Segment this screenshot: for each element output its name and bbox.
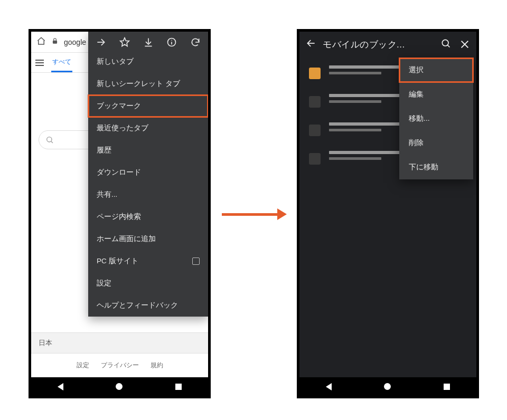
svg-point-9 <box>171 40 172 41</box>
lock-icon <box>51 37 59 47</box>
menu-item-label: PC 版サイト <box>97 256 138 266</box>
search-icon <box>45 136 54 144</box>
phone-right: モバイルのブック... 選択編集移動...削除下に移動 <box>297 29 479 398</box>
menu-item-label: 最近使ったタブ <box>97 123 148 133</box>
menu-item-label: 新しいシークレット タブ <box>97 79 180 89</box>
menu-item-label: ヘルプとフィードバック <box>97 301 178 310</box>
arrow-head-icon <box>277 208 287 220</box>
svg-marker-4 <box>120 38 129 46</box>
svg-line-12 <box>447 45 449 47</box>
bookmarks-screen: モバイルのブック... 選択編集移動...削除下に移動 <box>299 32 476 396</box>
back-icon[interactable] <box>58 383 63 390</box>
android-navbar <box>31 377 208 396</box>
search-icon[interactable] <box>440 38 451 51</box>
bookmark-favicon-icon <box>309 125 321 136</box>
footer-link-terms[interactable]: 規約 <box>151 361 163 370</box>
menu-item-9[interactable]: PC 版サイト <box>88 250 208 272</box>
menu-item-7[interactable]: ページ内検索 <box>88 206 208 228</box>
back-icon[interactable] <box>326 383 332 390</box>
menu-item-label: ブックマーク <box>97 101 141 111</box>
menu-item-10[interactable]: 設定 <box>88 272 208 294</box>
recents-icon[interactable] <box>175 384 182 390</box>
context-item-4[interactable]: 下に移動 <box>399 155 473 179</box>
menu-item-3[interactable]: 最近使ったタブ <box>88 117 208 139</box>
google-footer: 日本 設定 プライバシー 規約 <box>31 332 208 377</box>
context-item-3[interactable]: 削除 <box>399 131 473 155</box>
recents-icon[interactable] <box>444 384 450 390</box>
menu-item-6[interactable]: 共有... <box>88 184 208 206</box>
menu-item-label: 設定 <box>97 279 111 288</box>
address-text[interactable]: google <box>64 38 86 46</box>
svg-point-1 <box>47 137 52 142</box>
bookmark-favicon-icon <box>309 153 321 165</box>
checkbox-icon[interactable] <box>192 257 200 265</box>
menu-item-label: 履歴 <box>97 146 111 155</box>
footer-link-privacy[interactable]: プライバシー <box>101 361 139 370</box>
home-button-icon[interactable] <box>116 383 123 390</box>
context-item-1[interactable]: 編集 <box>399 82 473 107</box>
chrome-overflow-menu: 新しいタブ新しいシークレット タブブックマーク最近使ったタブ履歴ダウンロード共有… <box>88 32 208 317</box>
back-arrow-icon[interactable] <box>306 38 316 51</box>
bookmark-context-menu: 選択編集移動...削除下に移動 <box>399 58 473 179</box>
country-label: 日本 <box>31 332 208 354</box>
bookmarks-title: モバイルのブック... <box>323 39 405 51</box>
menu-item-1[interactable]: 新しいシークレット タブ <box>88 73 208 95</box>
menu-item-8[interactable]: ホーム画面に追加 <box>88 228 208 250</box>
context-item-2[interactable]: 移動... <box>399 107 473 131</box>
close-icon[interactable] <box>459 39 470 50</box>
menu-item-label: 新しいタブ <box>97 57 134 66</box>
home-button-icon[interactable] <box>384 383 391 390</box>
bookmark-favicon-icon <box>309 68 321 79</box>
svg-rect-0 <box>53 40 57 43</box>
bookmarks-header: モバイルのブック... <box>299 32 476 57</box>
star-icon[interactable] <box>119 37 130 47</box>
tab-all[interactable]: すべて <box>51 53 72 72</box>
footer-link-settings[interactable]: 設定 <box>77 361 89 370</box>
bookmark-favicon-icon <box>309 96 321 108</box>
svg-point-11 <box>442 40 448 46</box>
hamburger-icon[interactable] <box>35 60 44 66</box>
menu-item-11[interactable]: ヘルプとフィードバック <box>88 294 208 317</box>
menu-item-2[interactable]: ブックマーク <box>88 95 208 117</box>
android-navbar <box>299 377 476 396</box>
svg-line-2 <box>51 141 53 143</box>
info-icon[interactable] <box>166 37 177 47</box>
menu-item-label: ホーム画面に追加 <box>97 234 156 244</box>
home-icon[interactable] <box>36 36 46 48</box>
menu-item-label: ページ内検索 <box>97 212 141 222</box>
menu-item-5[interactable]: ダウンロード <box>88 161 208 184</box>
context-item-0[interactable]: 選択 <box>399 58 473 82</box>
forward-icon[interactable] <box>96 37 106 47</box>
refresh-icon[interactable] <box>190 37 201 47</box>
arrow-line <box>222 213 277 216</box>
download-icon[interactable] <box>143 37 154 47</box>
phone-left: google すべて 日本 設定 プライバシー 規約 新しいタブ新しいシークレッ… <box>29 29 211 398</box>
menu-item-label: 共有... <box>97 190 117 199</box>
menu-icon-row <box>88 32 208 51</box>
menu-item-label: ダウンロード <box>97 168 141 177</box>
menu-item-0[interactable]: 新しいタブ <box>88 51 208 73</box>
menu-item-4[interactable]: 履歴 <box>88 139 208 161</box>
flow-arrow <box>222 208 287 220</box>
